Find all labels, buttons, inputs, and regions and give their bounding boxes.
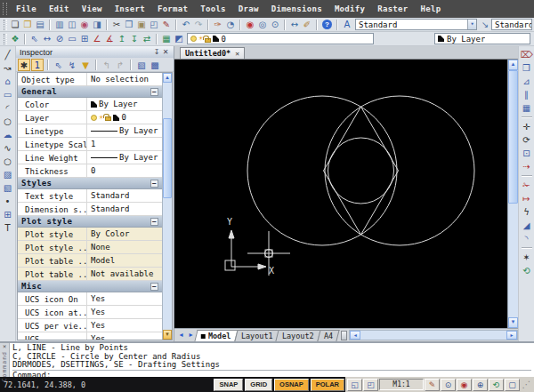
arc-icon[interactable]: ◜ — [1, 101, 14, 115]
property-row-plot-table[interactable]: Plot table ...Model — [18, 254, 162, 268]
publish-icon[interactable]: ◉ — [78, 19, 91, 31]
help-icon[interactable]: ? — [322, 20, 332, 29]
property-value[interactable]: Yes — [87, 319, 162, 332]
region-icon[interactable]: ▧ — [1, 181, 14, 195]
cad-entity[interactable] — [324, 107, 399, 235]
property-row-linetype-scale[interactable]: Linetype Scale1 — [18, 138, 162, 151]
text-icon[interactable]: T — [1, 221, 14, 235]
no-snap-icon[interactable]: ⊘ — [53, 33, 66, 45]
property-row-line-weight[interactable]: Line WeightBy Layer — [18, 151, 162, 164]
join-icon[interactable]: ⟲ — [520, 264, 533, 277]
mirror-icon[interactable]: ⊿ — [520, 75, 533, 88]
regen-icon[interactable]: ⟲ — [489, 379, 504, 391]
snap-point-icon[interactable]: ⊞ — [78, 33, 91, 45]
toolbar2-grip[interactable] — [4, 34, 7, 44]
snapshot-icon[interactable]: ▧ — [135, 59, 148, 71]
menu-view[interactable]: View — [76, 0, 109, 18]
trim-icon[interactable]: ✁ — [520, 179, 533, 192]
inspector-section-misc[interactable]: Misc− — [18, 281, 162, 292]
scroll-down-icon[interactable]: ▼ — [163, 330, 172, 340]
distance-icon[interactable]: ↔ — [288, 19, 301, 31]
toggle-snap[interactable]: SNAP — [214, 379, 243, 391]
property-row-layer[interactable]: Layer☀0 — [18, 111, 162, 124]
paper-space-icon[interactable]: ◰ — [363, 379, 378, 391]
menu-dimensions[interactable]: Dimensions — [265, 0, 328, 18]
model-space-icon[interactable]: ◱ — [347, 379, 362, 391]
close-icon[interactable]: ✕ — [235, 50, 239, 58]
angle-measure-icon[interactable]: ∠ — [91, 33, 103, 45]
zoom-extents-icon[interactable]: ⊕ — [473, 379, 488, 391]
menubar-grip[interactable] — [3, 3, 7, 15]
close-icon[interactable]: ✕ — [3, 343, 6, 351]
chevron-down-icon[interactable]: ▾ — [467, 20, 476, 29]
zoom-window-icon[interactable]: ◉ — [457, 379, 472, 391]
inspector-section-plot-style[interactable]: Plot style− — [18, 216, 162, 228]
property-value[interactable]: Yes — [87, 332, 162, 340]
property-row-plot-table[interactable]: Plot table ...Not available — [18, 268, 162, 281]
scroll-right-icon[interactable]: ▸ — [506, 331, 517, 340]
layer-off-icon[interactable]: ↧ — [128, 33, 141, 45]
fullscreen-icon[interactable]: ▢ — [505, 379, 520, 391]
zoom-realtime-icon[interactable]: ⊙ — [269, 19, 281, 31]
area-icon[interactable]: ✐ — [301, 19, 313, 31]
toggle-polar[interactable]: POLAR — [311, 379, 344, 391]
group-1-icon[interactable]: 1 — [31, 59, 44, 71]
cad-entity[interactable] — [247, 96, 397, 245]
menu-draw[interactable]: Draw — [232, 0, 265, 18]
canvas-vertical-scrollbar[interactable]: ▲ ▼ — [507, 60, 518, 328]
window-select-icon[interactable]: ▭ — [66, 33, 78, 45]
inspector-scrollbar[interactable]: ▲ ▼ — [162, 73, 172, 340]
menu-modify[interactable]: Modify — [328, 0, 371, 18]
property-value[interactable]: No selection — [87, 73, 162, 85]
redline-pen-icon[interactable]: ✎ — [425, 379, 440, 391]
inspector-title-bar[interactable]: Inspector ↧ ✕ — [16, 46, 174, 58]
chamfer-icon[interactable]: ◢ — [520, 219, 533, 232]
property-value[interactable]: Model — [87, 254, 162, 267]
circle-icon[interactable]: ○ — [1, 115, 14, 128]
collapse-icon[interactable]: − — [150, 218, 158, 226]
toggle-grid[interactable]: GRID — [245, 379, 272, 391]
tab-layout2[interactable]: Layout2 — [276, 330, 321, 341]
zoom-scale-icon[interactable]: ◔ — [224, 19, 237, 31]
rectangle-icon[interactable]: ▭ — [1, 88, 14, 101]
property-value[interactable]: By Layer — [87, 124, 162, 137]
tab-splitter-handle[interactable] — [341, 331, 347, 340]
redline-icon[interactable]: ✑ — [212, 19, 224, 31]
property-row-linetype[interactable]: LinetypeBy Layer — [18, 124, 162, 138]
paste-icon[interactable]: ▣ — [135, 19, 148, 31]
property-value[interactable]: Standard — [87, 189, 162, 202]
zoom-previous-icon[interactable]: ◎ — [256, 19, 269, 31]
select-object-icon[interactable]: ⇖ — [28, 33, 41, 45]
property-row-object-type[interactable]: Object typeNo selection — [18, 73, 162, 86]
property-value[interactable]: Not available — [87, 268, 162, 280]
break-icon[interactable]: ϟ — [520, 205, 533, 219]
menu-format[interactable]: Format — [151, 0, 194, 18]
color-combo[interactable]: By Layer — [434, 33, 530, 44]
property-row-text-style[interactable]: Text styleStandard — [18, 189, 162, 203]
filter-icon[interactable]: ▼ — [79, 59, 92, 71]
offset-icon[interactable]: ∥ — [520, 88, 533, 101]
property-value[interactable]: Yes — [87, 306, 162, 318]
text-style-combo[interactable]: Standard ▾ — [355, 19, 477, 30]
layer-properties-icon[interactable]: ▦ — [160, 33, 173, 45]
property-value[interactable]: Yes — [87, 292, 162, 305]
toggle-osnap[interactable]: OSNAP — [274, 379, 309, 391]
stretch-icon[interactable]: ⇢ — [520, 160, 533, 173]
layer-swap-icon[interactable]: ⇄ — [141, 33, 153, 45]
text-style-icon[interactable]: A — [341, 19, 353, 31]
move-icon[interactable]: ✛ — [520, 120, 533, 133]
polyline-icon[interactable]: ↝ — [1, 61, 14, 75]
collapse-icon[interactable]: − — [150, 180, 158, 188]
property-row-plot-style[interactable]: Plot styleBy Color — [18, 228, 162, 241]
menu-help[interactable]: Help — [415, 0, 448, 18]
spline-icon[interactable]: ∿ — [1, 141, 14, 155]
point-icon[interactable]: • — [1, 195, 14, 208]
plot-icon[interactable]: ▥ — [53, 19, 66, 31]
rotate-icon[interactable]: ⟳ — [520, 133, 533, 147]
batch-plot-icon[interactable]: ◨ — [91, 19, 103, 31]
array-icon[interactable]: ▦ — [520, 101, 533, 115]
inspector-section-styles[interactable]: Styles− — [18, 178, 162, 189]
tab-layout1[interactable]: Layout1 — [234, 330, 279, 341]
property-row-ucs-icon-at[interactable]: UCS icon at...Yes — [18, 306, 162, 319]
hatch-icon[interactable]: ▨ — [1, 168, 14, 181]
